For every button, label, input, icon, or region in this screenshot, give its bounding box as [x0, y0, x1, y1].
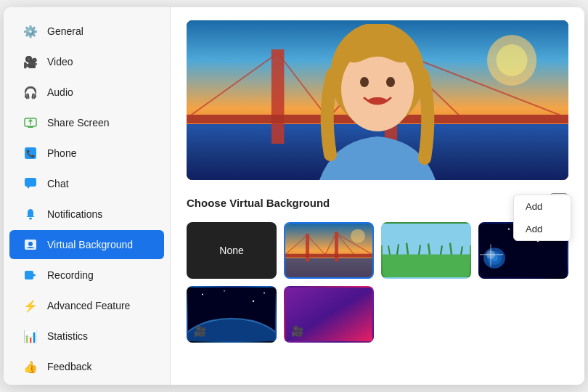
svg-point-21	[497, 44, 528, 76]
svg-marker-6	[27, 187, 30, 189]
chat-icon	[23, 176, 38, 192]
sidebar-item-feedback[interactable]: 👍 Feedback	[9, 352, 164, 381]
bg-section-header: Choose Virtual Background +	[187, 193, 568, 212]
background-thumb-none[interactable]: None	[187, 222, 277, 279]
video-indicator-purple: 🎥	[291, 325, 303, 337]
main-content: Choose Virtual Background + None	[171, 7, 584, 385]
sidebar: ⚙️ General 🎥 Video 🎧 Audio Share Screen	[4, 7, 171, 385]
phone-icon: 📞	[23, 145, 38, 161]
svg-rect-39	[383, 255, 470, 277]
svg-point-9	[28, 242, 33, 246]
advanced-feature-icon: ⚡	[23, 298, 38, 314]
feedback-icon: 👍	[23, 359, 38, 375]
svg-text:📞: 📞	[26, 149, 36, 158]
sidebar-item-advanced-feature[interactable]: ⚡ Advanced Feature	[9, 291, 164, 320]
svg-point-64	[224, 290, 225, 292]
sidebar-item-label: Phone	[47, 147, 76, 159]
sidebar-item-share-screen[interactable]: Share Screen	[9, 108, 164, 137]
sidebar-item-label: Statistics	[47, 330, 88, 342]
sidebar-item-label: General	[47, 25, 83, 37]
svg-point-7	[29, 218, 32, 220]
sidebar-item-recording[interactable]: Recording	[9, 261, 164, 290]
svg-rect-31	[285, 254, 372, 258]
svg-rect-1	[28, 126, 33, 128]
sidebar-item-video[interactable]: 🎥 Video	[9, 47, 164, 76]
svg-line-15	[187, 53, 278, 118]
notifications-icon	[23, 206, 38, 222]
svg-point-63	[253, 301, 254, 302]
svg-rect-10	[25, 271, 33, 279]
svg-point-65	[264, 293, 265, 294]
sidebar-item-label: Video	[47, 56, 73, 68]
sidebar-item-virtual-background[interactable]: Virtual Background	[9, 230, 164, 259]
svg-point-62	[202, 294, 203, 295]
sidebar-item-label: Notifications	[47, 208, 102, 220]
virtual-background-preview	[187, 20, 568, 180]
sidebar-item-statistics[interactable]: 📊 Statistics	[9, 322, 164, 351]
svg-point-25	[386, 77, 395, 87]
audio-icon: 🎧	[23, 84, 38, 100]
settings-window: ⚙️ General 🎥 Video 🎧 Audio Share Screen	[4, 7, 584, 385]
virtual-background-icon	[23, 237, 38, 253]
background-thumb-grass[interactable]	[381, 222, 471, 279]
svg-point-37	[351, 229, 365, 243]
svg-marker-11	[33, 274, 36, 277]
sidebar-item-label: Feedback	[47, 361, 91, 372]
sidebar-item-phone[interactable]: 📞 Phone	[9, 139, 164, 168]
video-icon: 🎥	[23, 54, 38, 70]
sidebar-item-chat[interactable]: Chat	[9, 169, 164, 198]
svg-rect-12	[271, 49, 285, 144]
none-label: None	[219, 245, 243, 256]
svg-point-26	[368, 97, 387, 105]
section-title: Choose Virtual Background	[187, 197, 330, 209]
svg-point-24	[360, 77, 369, 87]
recording-icon	[23, 267, 38, 283]
svg-rect-38	[383, 224, 470, 255]
general-icon: ⚙️	[23, 23, 38, 39]
background-thumb-purple[interactable]: 🎥	[284, 286, 374, 343]
sidebar-item-notifications[interactable]: Notifications	[9, 200, 164, 229]
sidebar-item-label: Advanced Feature	[47, 300, 130, 311]
sidebar-item-label: Virtual Background	[47, 239, 133, 250]
sidebar-item-label: Recording	[47, 269, 94, 281]
background-thumb-bridge[interactable]	[284, 222, 374, 279]
add-dropdown-item-2[interactable]: Add	[514, 218, 571, 240]
person-overlay	[305, 24, 450, 180]
add-dropdown-menu: Add Add	[513, 195, 571, 241]
video-indicator-earth: 🎥	[194, 325, 206, 337]
sidebar-item-label: Chat	[47, 178, 69, 189]
svg-rect-28	[285, 258, 372, 277]
share-screen-icon	[23, 115, 38, 131]
add-dropdown-item-1[interactable]: Add	[514, 195, 571, 218]
background-thumb-earth[interactable]: 🎥	[187, 286, 277, 343]
svg-rect-29	[306, 234, 309, 261]
background-grid: None	[187, 222, 568, 343]
sidebar-item-label: Share Screen	[47, 117, 110, 128]
sidebar-item-label: Audio	[47, 86, 73, 98]
svg-rect-5	[25, 178, 36, 187]
sidebar-item-audio[interactable]: 🎧 Audio	[9, 78, 164, 107]
sidebar-item-general[interactable]: ⚙️ General	[9, 17, 164, 46]
statistics-icon: 📊	[23, 328, 38, 344]
svg-point-55	[508, 228, 510, 229]
